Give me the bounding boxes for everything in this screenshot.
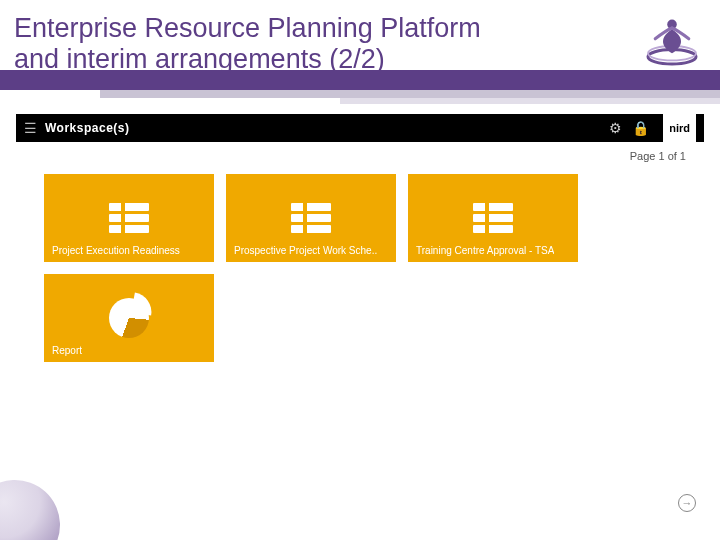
erp-top-bar: ☰ Workspace(s) ⚙ 🔒 nird <box>16 114 704 142</box>
decorative-band-light2 <box>340 98 720 104</box>
list-icon <box>473 203 513 233</box>
next-page-button[interactable]: → <box>678 494 696 512</box>
menu-icon[interactable]: ☰ <box>24 120 37 136</box>
tile-project-execution-readiness[interactable]: Project Execution Readiness <box>44 174 214 262</box>
decorative-band-light <box>100 90 720 98</box>
page-indicator: Page 1 of 1 <box>630 150 686 162</box>
slide-title: Enterprise Resource Planning Platform an… <box>14 13 494 75</box>
list-icon <box>109 203 149 233</box>
user-chip[interactable]: nird <box>663 114 696 142</box>
gear-icon[interactable]: ⚙ <box>609 120 622 136</box>
tile-label: Prospective Project Work Sche.. <box>234 245 377 256</box>
workspace-label: Workspace(s) <box>45 121 129 135</box>
tile-report[interactable]: Report <box>44 274 214 362</box>
tile-training-centre-approval-tsa[interactable]: Training Centre Approval - TSA <box>408 174 578 262</box>
tile-label: Report <box>52 345 82 356</box>
tile-area: Project Execution Readiness Prospective … <box>44 174 676 510</box>
list-icon <box>291 203 331 233</box>
tile-prospective-project-work-schedule[interactable]: Prospective Project Work Sche.. <box>226 174 396 262</box>
logo <box>642 10 702 70</box>
pie-chart-icon <box>109 298 149 338</box>
decorative-band-dark <box>0 70 720 90</box>
tile-label: Project Execution Readiness <box>52 245 180 256</box>
lock-icon[interactable]: 🔒 <box>632 120 649 136</box>
tile-label: Training Centre Approval - TSA <box>416 245 554 256</box>
